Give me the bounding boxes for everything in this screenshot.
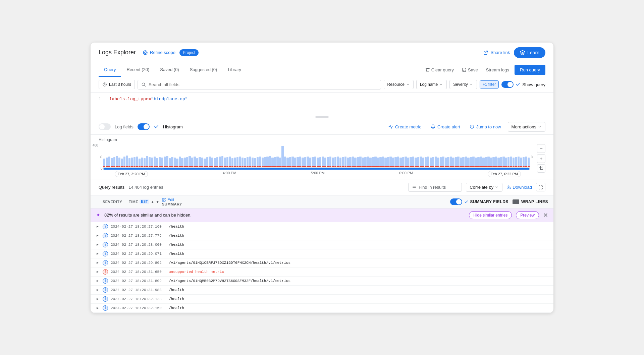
histogram-title: Histogram	[99, 137, 534, 142]
col-time-header: TIME EST ▲ ▼	[129, 199, 159, 204]
tab-query[interactable]: Query	[99, 63, 121, 77]
download-button[interactable]: Download	[506, 185, 532, 190]
log-row[interactable]: ► i 2024-02-27 18:20:29.071 /health	[91, 249, 553, 258]
summary-fields-toggle[interactable]: Summary fields	[450, 198, 508, 205]
log-row[interactable]: ► i 2024-02-27 18:20:31.988 /health	[91, 286, 553, 295]
results-count: 14,404 log entries	[128, 185, 163, 190]
log-row[interactable]: ► i 2024-02-27 18:20:27.776 /health	[91, 231, 553, 240]
expand-icon: ►	[96, 243, 100, 246]
log-row[interactable]: ► i 2024-02-27 18:20:31.809 /v1/agents/0…	[91, 277, 553, 286]
filter-badge[interactable]: +1 filter	[480, 80, 499, 88]
correlate-button[interactable]: Correlate by	[466, 183, 502, 192]
expand-icon: ►	[96, 288, 100, 292]
log-row[interactable]: ► ! 2024-02-27 18:20:31.650 unsupported …	[91, 268, 553, 277]
fullscreen-button[interactable]	[536, 183, 545, 191]
timeline-label-3: 6:00 PM	[399, 171, 413, 177]
stream-logs-button[interactable]: Stream logs	[483, 66, 512, 74]
log-summary: /v1/agents/01HQMB032M7DVH2TS6G0SFM32F/he…	[169, 279, 548, 283]
project-badge[interactable]: Project	[179, 49, 199, 56]
refine-scope-icon	[143, 50, 148, 55]
expand-icon: ►	[96, 261, 100, 264]
log-time: 2024-02-27 18:20:31.809	[111, 279, 166, 283]
tab-suggested[interactable]: Suggested (0)	[184, 63, 223, 77]
save-button[interactable]: Save	[459, 66, 481, 74]
query-editor[interactable]: 1 labels.log_type="bindplane-op"	[91, 93, 553, 119]
jump-to-now-icon	[470, 124, 474, 129]
log-row[interactable]: ► i 2024-02-27 18:20:28.000 /health	[91, 240, 553, 249]
create-metric-button[interactable]: Create metric	[386, 123, 424, 131]
more-actions-button[interactable]: More actions	[508, 122, 545, 132]
time-range-button[interactable]: Last 3 hours	[99, 80, 135, 89]
expand-icon: ►	[96, 297, 100, 301]
tab-saved[interactable]: Saved (0)	[155, 63, 184, 77]
run-query-button[interactable]: Run query	[515, 65, 545, 75]
toolbar: Last 3 hours Resource Log name Severity …	[91, 77, 553, 93]
log-name-filter-button[interactable]: Log name	[416, 80, 447, 89]
search-box[interactable]	[138, 80, 381, 90]
close-banner-button[interactable]: ✕	[543, 212, 548, 219]
wrap-lines-button[interactable]: Wrap lines	[513, 199, 548, 204]
log-row[interactable]: ► i 2024-02-27 18:20:29.802 /v1/agents/0…	[91, 258, 553, 268]
edit-button[interactable]: Edit	[162, 197, 174, 202]
expand-icon: ►	[96, 225, 100, 228]
tab-library[interactable]: Library	[222, 63, 247, 77]
resize-handle[interactable]	[315, 116, 329, 118]
pencil-find-icon	[412, 185, 417, 189]
severity-icon-info: i	[103, 251, 108, 256]
severity-icon-info: i	[103, 287, 108, 293]
severity-icon-info: i	[103, 305, 108, 311]
hide-similar-button[interactable]: Hide similar entries	[469, 211, 512, 219]
summary-fields-switch[interactable]	[450, 198, 462, 205]
col-summary-header: Edit SUMMARY	[162, 197, 447, 206]
severity-filter-button[interactable]: Severity	[449, 80, 477, 89]
log-summary: /health	[169, 306, 548, 310]
log-time: 2024-02-27 18:20:27.160	[111, 225, 166, 229]
zoom-out-button[interactable]: −	[537, 144, 545, 153]
preview-button[interactable]: Preview	[516, 211, 539, 219]
zoom-in-button[interactable]: +	[537, 154, 545, 163]
histogram-container: Histogram ‹ 400 0 ›	[91, 135, 553, 179]
histogram-next-button[interactable]: ›	[530, 143, 534, 170]
svg-point-7	[142, 83, 145, 85]
jump-to-now-button[interactable]: Jump to now	[467, 123, 504, 131]
log-row[interactable]: ► i 2024-02-27 18:20:27.160 /health	[91, 222, 553, 231]
learn-icon	[520, 50, 525, 55]
histogram-toggle-switch[interactable]	[138, 123, 150, 130]
histogram-check-icon	[154, 124, 159, 129]
find-results-box[interactable]: Find in results	[408, 183, 462, 192]
histogram-range-bar	[103, 168, 530, 170]
show-query-toggle-switch[interactable]	[501, 81, 514, 88]
timeline-end-label: Feb 27, 6:22 PM	[488, 171, 521, 177]
resource-filter-button[interactable]: Resource	[384, 80, 414, 89]
learn-button[interactable]: Learn	[514, 47, 545, 58]
log-summary: /v1/agents/01HQ1CBRFJ73DXZ1GDT6FHX2CN/he…	[169, 261, 548, 265]
clear-query-button[interactable]: Clear query	[423, 66, 457, 74]
show-query-toggle[interactable]: Show query	[501, 81, 545, 88]
log-fields-toggle[interactable]	[99, 123, 111, 130]
create-alert-button[interactable]: Create alert	[428, 123, 463, 131]
log-row[interactable]: ► i 2024-02-27 18:20:32.160 /health	[91, 304, 553, 313]
sort-desc-button[interactable]: ▼	[156, 200, 159, 204]
expand-icon: ►	[96, 279, 100, 283]
fullscreen-icon	[538, 185, 543, 190]
download-icon	[506, 185, 511, 189]
tab-recent[interactable]: Recent (20)	[121, 63, 155, 77]
histogram-chart[interactable]	[103, 143, 530, 168]
timezone-badge: EST	[140, 199, 149, 204]
search-input[interactable]	[149, 82, 377, 87]
log-row[interactable]: ► i 2024-02-27 18:20:32.123 /health	[91, 295, 553, 304]
sort-asc-button[interactable]: ▲	[151, 200, 154, 204]
share-link-icon	[483, 50, 488, 55]
results-header: Query results 14,404 log entries Find in…	[91, 179, 553, 195]
expand-histogram-button[interactable]: ⇅	[537, 164, 545, 173]
share-link-button[interactable]: Share link	[483, 50, 510, 55]
log-summary: /health	[169, 243, 548, 247]
log-time: 2024-02-27 18:20:29.071	[111, 252, 166, 256]
log-summary: /health	[169, 297, 548, 301]
histogram-y-max: 400	[93, 143, 98, 147]
main-card: Logs Explorer Refine scope Project Share…	[91, 43, 553, 313]
log-fields-label: Log fields	[115, 124, 133, 129]
refine-scope-button[interactable]: Refine scope	[143, 50, 175, 55]
severity-icon-info: i	[103, 224, 108, 229]
histogram-prev-button[interactable]: ‹	[99, 143, 103, 170]
